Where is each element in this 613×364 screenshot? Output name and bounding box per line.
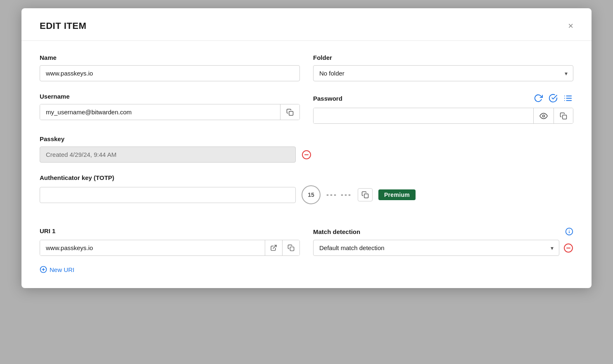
copy-icon xyxy=(286,109,294,116)
folder-select[interactable]: No folder xyxy=(313,65,573,81)
modal-body: Name Folder No folder ▾ Username xyxy=(21,41,592,288)
match-detection-select[interactable]: Default match detection Base domain Host… xyxy=(313,240,559,256)
password-options-button[interactable] xyxy=(563,93,573,104)
totp-input[interactable] xyxy=(40,187,296,203)
remove-uri-button[interactable] xyxy=(563,243,573,253)
remove-uri-icon xyxy=(563,243,573,253)
eye-icon xyxy=(539,112,548,120)
username-group: Username xyxy=(40,93,300,124)
copy-totp-button[interactable] xyxy=(358,188,373,201)
svg-rect-8 xyxy=(563,115,567,119)
uri-inputs-row: Default match detection Base domain Host… xyxy=(40,240,573,256)
copy-password-icon xyxy=(560,112,567,120)
name-folder-row: Name Folder No folder ▾ xyxy=(40,54,573,81)
name-input[interactable] xyxy=(40,65,300,81)
match-detection-info-button[interactable] xyxy=(565,227,573,236)
passkey-group: Passkey Created 4/29/24, 9:44 AM xyxy=(40,135,573,163)
check-password-button[interactable] xyxy=(548,93,558,104)
folder-label: Folder xyxy=(313,54,573,61)
edit-item-modal: EDIT ITEM × Name Folder No folder ▾ xyxy=(21,8,592,288)
totp-code-display: --- --- xyxy=(326,191,352,199)
name-group: Name xyxy=(40,54,300,81)
match-detection-header: Match detection xyxy=(313,227,573,236)
totp-input-wrapper xyxy=(40,187,296,203)
toggle-password-visibility-button[interactable] xyxy=(533,108,554,123)
info-icon xyxy=(565,227,573,236)
premium-badge: Premium xyxy=(378,189,416,200)
new-uri-button[interactable]: New URI xyxy=(40,264,74,275)
check-circle-icon xyxy=(549,94,558,103)
plus-circle-icon xyxy=(40,266,47,273)
password-input[interactable] xyxy=(314,108,533,123)
match-detection-label: Match detection xyxy=(313,228,562,235)
copy-uri-icon xyxy=(287,244,295,251)
match-detection-select-wrapper: Default match detection Base domain Host… xyxy=(313,240,559,256)
modal-header: EDIT ITEM × xyxy=(21,8,592,41)
open-uri-button[interactable] xyxy=(265,240,282,255)
svg-point-7 xyxy=(543,115,545,117)
remove-passkey-icon xyxy=(302,150,311,160)
new-uri-section: New URI xyxy=(40,264,573,275)
uri-input-wrapper xyxy=(40,240,300,256)
totp-row: 15 --- --- Premium xyxy=(40,185,573,204)
refresh-icon xyxy=(534,94,543,103)
list-icon xyxy=(563,94,573,103)
password-input-wrapper xyxy=(313,108,573,124)
username-input[interactable] xyxy=(40,104,280,120)
new-uri-label: New URI xyxy=(50,266,74,273)
totp-group: Authenticator key (TOTP) 15 --- --- Prem… xyxy=(40,174,573,216)
copy-username-button[interactable] xyxy=(280,104,299,120)
passkey-row: Created 4/29/24, 9:44 AM xyxy=(40,147,573,163)
copy-totp-icon xyxy=(361,191,369,199)
svg-line-15 xyxy=(273,245,276,248)
copy-password-button[interactable] xyxy=(554,108,573,123)
totp-timer: 15 xyxy=(302,185,321,204)
password-label: Password xyxy=(313,95,529,102)
name-label: Name xyxy=(40,54,300,61)
totp-label: Authenticator key (TOTP) xyxy=(40,174,573,181)
remove-passkey-button[interactable] xyxy=(302,150,311,160)
external-link-icon xyxy=(270,244,277,251)
copy-uri-button[interactable] xyxy=(282,240,299,255)
uri-input[interactable] xyxy=(40,240,265,255)
svg-rect-11 xyxy=(364,194,368,198)
uri-section: URI 1 Match detection xyxy=(40,227,573,256)
folder-select-wrapper: No folder ▾ xyxy=(313,65,573,81)
passkey-value: Created 4/29/24, 9:44 AM xyxy=(40,147,296,163)
username-input-wrapper xyxy=(40,104,300,120)
passkey-label: Passkey xyxy=(40,135,573,142)
match-detection-wrapper: Default match detection Base domain Host… xyxy=(313,240,573,256)
generate-password-button[interactable] xyxy=(533,93,544,104)
uri-label: URI 1 xyxy=(40,227,300,236)
username-password-row: Username Password xyxy=(40,93,573,124)
folder-group: Folder No folder ▾ xyxy=(313,54,573,81)
close-button[interactable]: × xyxy=(565,20,577,32)
uri-headers: URI 1 Match detection xyxy=(40,227,573,236)
password-header: Password xyxy=(313,93,573,104)
username-label: Username xyxy=(40,93,300,100)
svg-rect-0 xyxy=(289,111,293,115)
svg-rect-16 xyxy=(290,247,294,251)
modal-title: EDIT ITEM xyxy=(40,21,86,31)
password-group: Password xyxy=(313,93,573,124)
